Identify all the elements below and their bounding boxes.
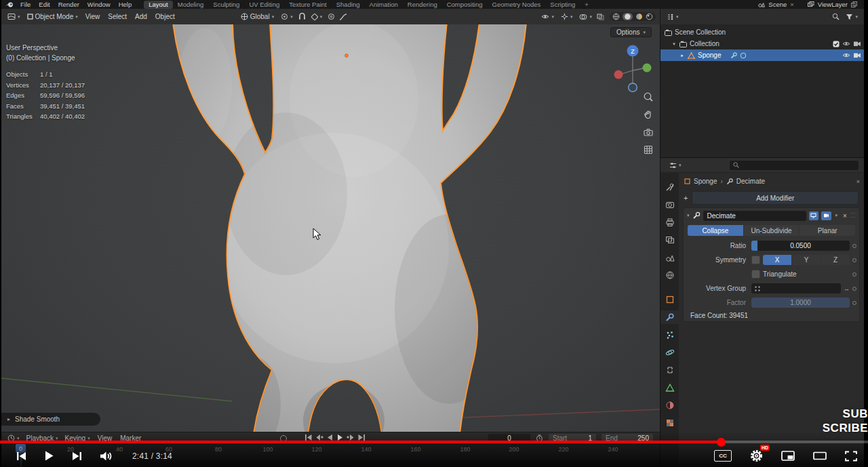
add-modifier-button[interactable]: Add Modifier: [692, 191, 859, 205]
proportional-edit-icon[interactable]: [326, 13, 337, 20]
tab-world[interactable]: [660, 268, 679, 282]
video-progress-bar[interactable]: [0, 441, 868, 443]
expand-arrow-icon[interactable]: ▸: [679, 53, 685, 58]
checkbox-icon[interactable]: [833, 41, 840, 47]
breadcrumb-object[interactable]: Sponge: [694, 178, 717, 185]
tab-texture[interactable]: [660, 416, 679, 430]
pan-hand-icon[interactable]: [643, 109, 654, 120]
menu-window[interactable]: Window: [83, 1, 115, 8]
fullscreen-button[interactable]: [845, 451, 857, 462]
workspace-tab[interactable]: Scripting: [545, 1, 580, 9]
outliner-filter-dropdown[interactable]: ▾: [842, 13, 861, 21]
mode-dropdown[interactable]: Object Mode▾: [24, 12, 81, 21]
symmetry-y-button[interactable]: Y: [792, 255, 821, 265]
viewport-menu-select[interactable]: Select: [104, 13, 131, 20]
symmetry-z-button[interactable]: Z: [821, 255, 850, 265]
viewport-menu-view[interactable]: View: [81, 13, 104, 20]
tab-physics[interactable]: [660, 346, 679, 359]
options-dropdown[interactable]: Options▾: [610, 27, 652, 37]
shading-rendered-icon[interactable]: [646, 13, 653, 20]
workspace-tab[interactable]: Compositing: [442, 1, 488, 9]
shading-solid-icon[interactable]: [624, 13, 631, 20]
symmetry-x-button[interactable]: X: [763, 255, 791, 265]
play-button[interactable]: [44, 450, 54, 462]
workspace-tab[interactable]: Animation: [365, 1, 403, 9]
animate-dot-icon[interactable]: [850, 272, 859, 277]
next-video-button[interactable]: [72, 451, 82, 462]
scene-selector[interactable]: Scene: [768, 1, 787, 8]
scene-unlink-icon[interactable]: ×: [790, 1, 794, 8]
viewlayer-copy-icon[interactable]: [851, 1, 857, 7]
ratio-slider[interactable]: 0.0500: [751, 241, 850, 251]
previous-video-button[interactable]: [16, 451, 26, 462]
viewport-menu-object[interactable]: Object: [151, 13, 179, 20]
workspace-tab[interactable]: Shading: [332, 1, 365, 9]
settings-button[interactable]: HD: [750, 449, 763, 462]
captions-button[interactable]: CC: [714, 450, 732, 462]
miniplayer-button[interactable]: [781, 451, 795, 461]
invert-vertex-group-icon[interactable]: ↔: [844, 285, 850, 292]
collapse-arrow-icon[interactable]: ▾: [671, 41, 677, 47]
proportional-falloff-icon[interactable]: [337, 14, 349, 20]
outliner-row-sponge[interactable]: ▸ Sponge: [660, 49, 864, 61]
workspace-tab[interactable]: Rendering: [403, 1, 442, 9]
viewlayer-selector[interactable]: ViewLayer: [818, 1, 848, 8]
camera-view-icon[interactable]: [643, 127, 654, 138]
pivot-point-dropdown[interactable]: ▾: [277, 12, 296, 21]
workspace-tab-layout[interactable]: Layout: [144, 1, 173, 9]
tab-unsubdivide[interactable]: Un-Subdivide: [744, 225, 800, 236]
collapse-panel-icon[interactable]: ▾: [687, 213, 690, 218]
workspace-tab[interactable]: Texture Paint: [284, 1, 331, 9]
volume-button[interactable]: [100, 451, 115, 462]
breadcrumb-modifier[interactable]: Decimate: [736, 178, 765, 185]
viewport-menu-add[interactable]: Add: [131, 13, 151, 20]
viewport-3d[interactable]: User Perspective (0) Collection | Sponge…: [1, 24, 660, 432]
zoom-tool-icon[interactable]: [643, 92, 654, 102]
outliner-editor-selector[interactable]: ▾: [663, 13, 682, 21]
triangulate-checkbox[interactable]: [751, 270, 760, 279]
render-display-toggle[interactable]: [821, 211, 831, 220]
plus-icon[interactable]: +: [684, 194, 688, 202]
tab-object[interactable]: [660, 293, 679, 306]
outliner-row-scene-collection[interactable]: Scene Collection: [660, 26, 864, 38]
tab-object-data[interactable]: [660, 381, 679, 394]
workspace-tab[interactable]: Modeling: [173, 1, 209, 9]
drag-handle-icon[interactable]: ⁚⁚: [851, 213, 856, 219]
orthographic-toggle-icon[interactable]: [643, 144, 654, 155]
tab-tool[interactable]: [660, 180, 679, 194]
workspace-tab[interactable]: Sculpting: [208, 1, 244, 9]
theater-mode-button[interactable]: [813, 451, 827, 461]
overlays-dropdown[interactable]: ▾: [576, 13, 595, 21]
menu-file[interactable]: File: [16, 1, 35, 8]
menu-help[interactable]: Help: [115, 1, 136, 8]
visibility-dropdown[interactable]: ▾: [538, 13, 557, 20]
tab-scene[interactable]: [660, 251, 679, 264]
tab-material[interactable]: [660, 399, 679, 412]
delete-modifier-button[interactable]: ×: [842, 212, 848, 220]
transform-orientation-dropdown[interactable]: Global▾: [237, 12, 277, 21]
snap-target-dropdown[interactable]: ▾: [308, 13, 326, 21]
workspace-add-tab[interactable]: +: [580, 1, 593, 9]
xray-toggle-icon[interactable]: [595, 14, 606, 20]
snap-magnet-icon[interactable]: [296, 13, 308, 20]
properties-editor-selector[interactable]: ▾: [666, 161, 685, 169]
tab-modifiers[interactable]: [660, 310, 679, 324]
tab-output[interactable]: [660, 216, 679, 229]
properties-search-input[interactable]: [730, 161, 859, 170]
animate-dot-icon[interactable]: [850, 287, 859, 291]
symmetry-checkbox[interactable]: [751, 256, 760, 264]
tab-view-layer[interactable]: [660, 233, 679, 247]
animate-dot-icon[interactable]: [850, 258, 859, 262]
unpin-icon[interactable]: ×: [856, 178, 860, 185]
animate-dot-icon[interactable]: [850, 244, 859, 248]
last-operator-panel[interactable]: ▸ Shade Smooth: [1, 413, 100, 426]
workspace-tab[interactable]: UV Editing: [244, 1, 284, 9]
workspace-tab[interactable]: Geometry Nodes: [488, 1, 546, 9]
tab-planar[interactable]: Planar: [800, 225, 855, 236]
modifier-name-field[interactable]: Decimate: [703, 211, 806, 221]
menu-render[interactable]: Render: [54, 1, 83, 8]
hide-eye-icon[interactable]: [842, 41, 850, 47]
gizmos-dropdown[interactable]: ▾: [557, 12, 576, 21]
render-visibility-icon[interactable]: [853, 41, 861, 47]
tab-constraints[interactable]: [660, 363, 679, 377]
